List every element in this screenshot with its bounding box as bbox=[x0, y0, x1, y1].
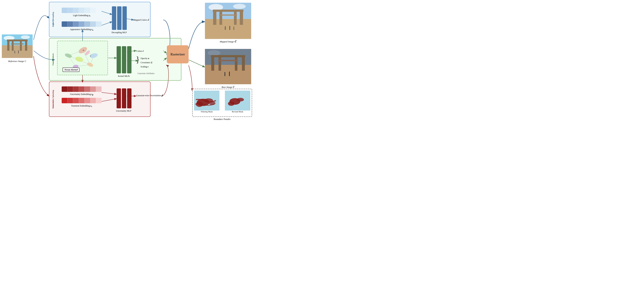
uncertainty-embedding-bar bbox=[62, 86, 102, 92]
svg-rect-25 bbox=[14, 51, 15, 53]
svg-rect-22 bbox=[25, 40, 27, 51]
svg-rect-46 bbox=[205, 19, 251, 39]
light-embedding-bar bbox=[62, 7, 102, 13]
svg-rect-18 bbox=[2, 45, 33, 58]
svg-point-37 bbox=[86, 62, 94, 68]
uncertainty-splatting-label: Uncertainty Splatting bbox=[50, 82, 56, 116]
svg-rect-26 bbox=[18, 50, 19, 53]
raw-image bbox=[205, 49, 251, 84]
svg-point-57 bbox=[208, 50, 220, 56]
svg-rect-55 bbox=[234, 27, 234, 30]
svg-rect-47 bbox=[213, 10, 216, 25]
reference-image bbox=[2, 34, 33, 58]
appearance-embedding-bar bbox=[62, 21, 102, 27]
boundary-penalty-label: Boundary Penalty bbox=[192, 118, 252, 120]
kernel-mlps bbox=[116, 46, 132, 73]
svg-rect-64 bbox=[218, 60, 238, 61]
filtering-mask bbox=[194, 91, 220, 110]
transient-embedding-label: Transient Embedding ετ bbox=[62, 104, 102, 107]
svg-rect-24 bbox=[11, 43, 24, 44]
gaussian-wise-uncertainties: Gaussian-wise Uncertainties β bbox=[136, 94, 163, 97]
nexus-kernel-label: Nexus Kernel bbox=[62, 68, 80, 72]
mapped-image bbox=[205, 3, 251, 39]
svg-rect-61 bbox=[235, 57, 238, 71]
svg-rect-52 bbox=[219, 14, 237, 15]
raw-image-label: Raw Image Ĉ bbox=[205, 86, 251, 89]
svg-point-44 bbox=[208, 4, 223, 10]
svg-point-75 bbox=[228, 101, 234, 106]
gaussian-attributes: } Opacity α Covariance Σ Scaling s bbox=[136, 55, 152, 69]
nexus-kernels-section-ref: section 3.2 bbox=[50, 56, 56, 64]
svg-rect-20 bbox=[12, 41, 14, 51]
appearance-embedding-label: Appearance Embedding εa bbox=[62, 28, 102, 31]
svg-line-13 bbox=[188, 60, 204, 67]
light-decoupling-section-ref: section 3.3 bbox=[50, 19, 56, 27]
svg-point-35 bbox=[64, 53, 72, 58]
decoupling-mlp bbox=[112, 6, 127, 30]
svg-point-45 bbox=[233, 4, 246, 9]
uncertainty-mlp-label: Uncertainty MLP bbox=[113, 110, 134, 112]
svg-rect-23 bbox=[7, 39, 28, 41]
svg-rect-53 bbox=[225, 26, 226, 30]
rasterizer-box: Rasterizer bbox=[167, 45, 188, 63]
mapped-colors-label: Mapped Colors c̃ bbox=[134, 19, 149, 21]
revised-mask-label: Revised Mask bbox=[225, 110, 250, 113]
main-diagram: Reference Image C Light Decoupling secti… bbox=[0, 0, 258, 120]
appearance-embedding bbox=[62, 21, 102, 27]
uncertainty-splatting-section-ref: section 3.4 bbox=[50, 101, 56, 109]
mapped-image-label: Mapped Image C̃ bbox=[205, 40, 251, 43]
transient-embedding-bar bbox=[62, 98, 102, 103]
decoupling-mlp-label: Decoupling MLP bbox=[110, 31, 128, 34]
boundary-penalty-box: Filtering Mask Revised Mask bbox=[192, 89, 252, 117]
uncertainty-embedding-label: Uncertainty Embedding εβ bbox=[62, 93, 102, 96]
svg-rect-66 bbox=[229, 71, 230, 76]
svg-rect-50 bbox=[240, 10, 243, 25]
revised-mask bbox=[225, 91, 250, 110]
svg-rect-19 bbox=[7, 40, 10, 51]
decoupling-mlp-tower bbox=[112, 6, 127, 30]
uncertainty-mlp bbox=[116, 88, 132, 108]
svg-rect-62 bbox=[242, 56, 245, 71]
kernel-mlps-tower bbox=[116, 46, 132, 73]
svg-rect-59 bbox=[211, 56, 214, 71]
reference-image-label: Reference Image C bbox=[2, 60, 33, 63]
light-embedding bbox=[62, 7, 102, 13]
svg-rect-60 bbox=[218, 57, 221, 71]
light-embedding-label: Light Embedding εl bbox=[62, 14, 102, 17]
uncertainty-mlp-tower bbox=[116, 88, 132, 108]
svg-rect-51 bbox=[213, 9, 244, 12]
kernel-mlps-label: Kernel MLPs bbox=[115, 75, 133, 77]
svg-rect-63 bbox=[211, 55, 245, 57]
transient-embedding bbox=[62, 98, 102, 103]
gaussian-attributes-label: Gaussian Attributes bbox=[138, 72, 154, 75]
svg-point-39 bbox=[75, 56, 84, 63]
uncertainty-embedding bbox=[62, 86, 102, 92]
svg-rect-54 bbox=[230, 26, 230, 30]
svg-point-17 bbox=[21, 35, 30, 39]
svg-rect-49 bbox=[234, 12, 237, 25]
colors-output-label: Colors ĉ bbox=[136, 50, 144, 52]
svg-point-74 bbox=[237, 98, 244, 101]
filtering-mask-label: Filtering Mask bbox=[194, 110, 220, 113]
svg-rect-65 bbox=[224, 72, 225, 76]
svg-rect-48 bbox=[220, 12, 222, 25]
svg-rect-21 bbox=[20, 41, 22, 51]
